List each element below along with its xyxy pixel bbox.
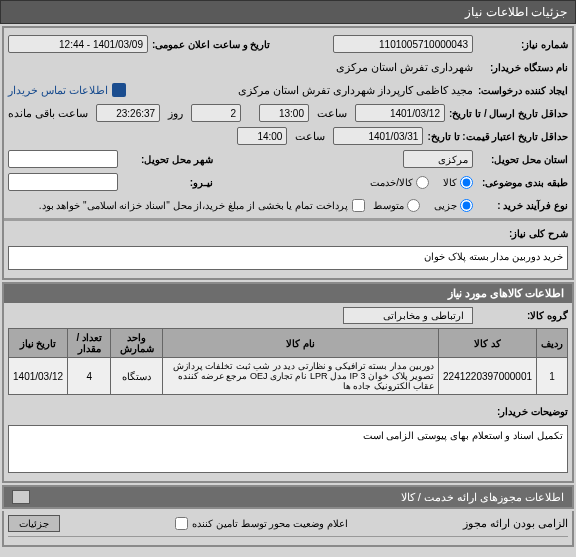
col-date: تاریخ نیاز — [9, 329, 68, 358]
province-input[interactable] — [8, 150, 118, 168]
cell-date: 1401/03/12 — [9, 358, 68, 395]
valid-label: حداقل تاریخ اعتبار قیمت: تا تاریخ: — [423, 131, 568, 142]
proc-low-radio[interactable]: جزیی — [434, 199, 473, 212]
cell-code: 2241220397000001 — [439, 358, 537, 395]
city-label: شهر محل تحویل: — [118, 154, 213, 165]
payment-checkbox[interactable] — [352, 199, 365, 212]
need-desc-label: شرح کلی نیاز: — [473, 228, 568, 239]
pub-datetime-label: تاریخ و ساعت اعلان عمومی: — [148, 39, 270, 50]
mandatory-label: الزامی بودن ارائه مجوز — [463, 517, 568, 530]
goods-group-label: گروه کالا: — [473, 310, 568, 321]
col-qty: تعداد / مقدار — [68, 329, 111, 358]
cell-qty: 4 — [68, 358, 111, 395]
proc-radio-group: جزیی متوسط — [373, 199, 473, 212]
creator-label: ایجاد کننده درخواست: — [473, 85, 568, 96]
proc-label: نوع فرآیند خرید : — [473, 200, 568, 211]
deadline-date: 1401/03/12 — [355, 104, 445, 122]
info-icon — [112, 83, 126, 97]
mid-check-label: اعلام وضعیت محور توسط تامین کننده — [192, 518, 348, 529]
valid-date: 1401/03/31 — [333, 127, 423, 145]
col-row: ردیف — [537, 329, 568, 358]
details-button[interactable]: جزئیات — [8, 515, 60, 532]
need-no-label: شماره نیاز: — [473, 39, 568, 50]
col-unit: واحد شمارش — [111, 329, 163, 358]
pub-datetime-value: 1401/03/09 - 12:44 — [8, 35, 148, 53]
city-value: مرکزی — [403, 150, 473, 168]
deadline-label: حداقل تاریخ ارسال / تا تاریخ: — [445, 108, 568, 119]
goods-table: ردیف کد کالا نام کالا واحد شمارش تعداد /… — [8, 328, 568, 395]
goods-section-title: اطلاعات کالاهای مورد نیاز — [2, 282, 574, 303]
goods-radio[interactable]: کالا — [443, 176, 473, 189]
need-no-value: 1101005710000043 — [333, 35, 473, 53]
col-name: نام کالا — [163, 329, 439, 358]
day-qty: 2 — [191, 104, 241, 122]
ship-input[interactable] — [8, 173, 118, 191]
window-title: جزئیات اطلاعات نیاز — [0, 0, 576, 24]
payment-note: پرداخت تمام یا بخشی از مبلغ خرید،از محل … — [39, 199, 365, 212]
service-radio[interactable]: کالا/خدمت — [370, 176, 429, 189]
creator-value: مجید کاظمی کارپرداز شهرداری تفرش استان م… — [238, 84, 473, 97]
buyer-note-label: توضیحات خریدار: — [473, 406, 568, 417]
buyer-note-text[interactable]: تکمیل اسناد و استعلام بهای پیوستی الزامی… — [8, 425, 568, 473]
valid-hour-label: ساعت — [295, 130, 325, 143]
ship-label: نیـرو: — [118, 177, 213, 188]
province-label: استان محل تحویل: — [473, 154, 568, 165]
mid-checkbox[interactable] — [175, 517, 188, 530]
type-radio-group: کالا کالا/خدمت — [370, 176, 473, 189]
collapse-icon[interactable] — [12, 490, 30, 504]
deadline-hour: 13:00 — [259, 104, 309, 122]
remain-time: 23:26:37 — [96, 104, 160, 122]
day-label: روز — [168, 107, 183, 120]
cell-unit: دستگاه — [111, 358, 163, 395]
cell-name: دوربین مدار بسته ترافیکی و نظارتی دید در… — [163, 358, 439, 395]
deadline-hour-label: ساعت — [317, 107, 347, 120]
need-form: شماره نیاز: 1101005710000043 تاریخ و ساع… — [2, 26, 574, 280]
remain-label: ساعت باقی مانده — [8, 107, 88, 120]
goods-section: گروه کالا: ارتباطی و مخابراتی ردیف کد کا… — [2, 303, 574, 483]
buyer-value: شهرداری تفرش استان مرکزی — [336, 61, 473, 74]
table-row[interactable]: 1 2241220397000001 دوربین مدار بسته تراف… — [9, 358, 568, 395]
goods-group-value: ارتباطی و مخابراتی — [343, 307, 473, 324]
need-desc-text[interactable]: خرید دوربین مدار بسته پلاک خوان — [8, 246, 568, 270]
footer-section: الزامی بودن ارائه مجوز اعلام وضعیت محور … — [2, 511, 574, 547]
permits-bar: اطلاعات مجوزهای ارائه خدمت / کالا — [2, 485, 574, 509]
contact-buyer-link[interactable]: اطلاعات تماس خریدار — [8, 83, 126, 97]
proc-med-radio[interactable]: متوسط — [373, 199, 420, 212]
class-label: طبقه بندی موضوعی: — [473, 177, 568, 188]
permits-title: اطلاعات مجوزهای ارائه خدمت / کالا — [401, 491, 564, 504]
cell-row: 1 — [537, 358, 568, 395]
valid-hour: 14:00 — [237, 127, 287, 145]
col-code: کد کالا — [439, 329, 537, 358]
buyer-label: نام دستگاه خریدار: — [473, 62, 568, 73]
